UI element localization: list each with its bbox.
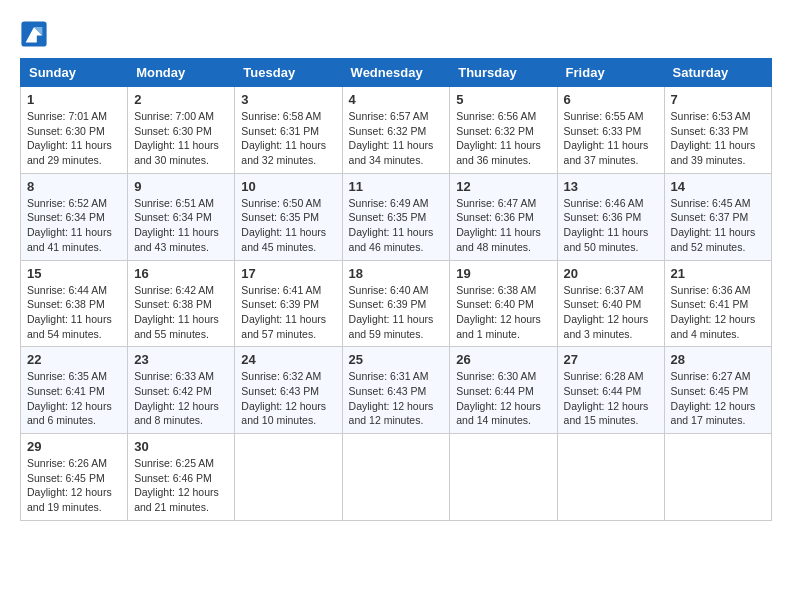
day-number: 17 (241, 266, 335, 281)
calendar-cell: 3Sunrise: 6:58 AM Sunset: 6:31 PM Daylig… (235, 87, 342, 174)
calendar-cell: 6Sunrise: 6:55 AM Sunset: 6:33 PM Daylig… (557, 87, 664, 174)
calendar-cell: 22Sunrise: 6:35 AM Sunset: 6:41 PM Dayli… (21, 347, 128, 434)
calendar-cell: 15Sunrise: 6:44 AM Sunset: 6:38 PM Dayli… (21, 260, 128, 347)
calendar-cell: 28Sunrise: 6:27 AM Sunset: 6:45 PM Dayli… (664, 347, 771, 434)
day-number: 16 (134, 266, 228, 281)
col-header-friday: Friday (557, 59, 664, 87)
col-header-tuesday: Tuesday (235, 59, 342, 87)
day-number: 25 (349, 352, 444, 367)
day-info: Sunrise: 6:32 AM Sunset: 6:43 PM Dayligh… (241, 369, 335, 428)
logo (20, 20, 52, 48)
day-info: Sunrise: 6:36 AM Sunset: 6:41 PM Dayligh… (671, 283, 765, 342)
day-info: Sunrise: 6:27 AM Sunset: 6:45 PM Dayligh… (671, 369, 765, 428)
day-number: 26 (456, 352, 550, 367)
day-number: 14 (671, 179, 765, 194)
day-info: Sunrise: 6:51 AM Sunset: 6:34 PM Dayligh… (134, 196, 228, 255)
day-number: 21 (671, 266, 765, 281)
day-number: 2 (134, 92, 228, 107)
day-info: Sunrise: 6:52 AM Sunset: 6:34 PM Dayligh… (27, 196, 121, 255)
day-info: Sunrise: 6:49 AM Sunset: 6:35 PM Dayligh… (349, 196, 444, 255)
day-info: Sunrise: 6:40 AM Sunset: 6:39 PM Dayligh… (349, 283, 444, 342)
calendar-cell (342, 434, 450, 521)
day-number: 11 (349, 179, 444, 194)
day-number: 4 (349, 92, 444, 107)
col-header-sunday: Sunday (21, 59, 128, 87)
calendar-cell: 27Sunrise: 6:28 AM Sunset: 6:44 PM Dayli… (557, 347, 664, 434)
day-info: Sunrise: 6:46 AM Sunset: 6:36 PM Dayligh… (564, 196, 658, 255)
calendar-cell: 14Sunrise: 6:45 AM Sunset: 6:37 PM Dayli… (664, 173, 771, 260)
calendar-cell: 4Sunrise: 6:57 AM Sunset: 6:32 PM Daylig… (342, 87, 450, 174)
day-info: Sunrise: 6:31 AM Sunset: 6:43 PM Dayligh… (349, 369, 444, 428)
calendar-cell: 10Sunrise: 6:50 AM Sunset: 6:35 PM Dayli… (235, 173, 342, 260)
day-number: 23 (134, 352, 228, 367)
day-info: Sunrise: 7:01 AM Sunset: 6:30 PM Dayligh… (27, 109, 121, 168)
day-info: Sunrise: 6:47 AM Sunset: 6:36 PM Dayligh… (456, 196, 550, 255)
day-info: Sunrise: 6:37 AM Sunset: 6:40 PM Dayligh… (564, 283, 658, 342)
day-info: Sunrise: 7:00 AM Sunset: 6:30 PM Dayligh… (134, 109, 228, 168)
logo-icon (20, 20, 48, 48)
col-header-monday: Monday (128, 59, 235, 87)
day-number: 13 (564, 179, 658, 194)
calendar-table: SundayMondayTuesdayWednesdayThursdayFrid… (20, 58, 772, 521)
col-header-wednesday: Wednesday (342, 59, 450, 87)
day-number: 29 (27, 439, 121, 454)
day-number: 8 (27, 179, 121, 194)
day-number: 28 (671, 352, 765, 367)
day-number: 5 (456, 92, 550, 107)
col-header-thursday: Thursday (450, 59, 557, 87)
calendar-cell: 17Sunrise: 6:41 AM Sunset: 6:39 PM Dayli… (235, 260, 342, 347)
day-info: Sunrise: 6:58 AM Sunset: 6:31 PM Dayligh… (241, 109, 335, 168)
day-info: Sunrise: 6:45 AM Sunset: 6:37 PM Dayligh… (671, 196, 765, 255)
calendar-cell (235, 434, 342, 521)
day-number: 12 (456, 179, 550, 194)
day-info: Sunrise: 6:41 AM Sunset: 6:39 PM Dayligh… (241, 283, 335, 342)
calendar-cell (664, 434, 771, 521)
calendar-cell: 23Sunrise: 6:33 AM Sunset: 6:42 PM Dayli… (128, 347, 235, 434)
calendar-cell: 2Sunrise: 7:00 AM Sunset: 6:30 PM Daylig… (128, 87, 235, 174)
calendar-cell (557, 434, 664, 521)
calendar-cell: 24Sunrise: 6:32 AM Sunset: 6:43 PM Dayli… (235, 347, 342, 434)
day-info: Sunrise: 6:57 AM Sunset: 6:32 PM Dayligh… (349, 109, 444, 168)
calendar-cell: 16Sunrise: 6:42 AM Sunset: 6:38 PM Dayli… (128, 260, 235, 347)
day-info: Sunrise: 6:30 AM Sunset: 6:44 PM Dayligh… (456, 369, 550, 428)
day-number: 7 (671, 92, 765, 107)
day-number: 24 (241, 352, 335, 367)
day-info: Sunrise: 6:42 AM Sunset: 6:38 PM Dayligh… (134, 283, 228, 342)
calendar-cell: 5Sunrise: 6:56 AM Sunset: 6:32 PM Daylig… (450, 87, 557, 174)
day-number: 30 (134, 439, 228, 454)
calendar-cell: 30Sunrise: 6:25 AM Sunset: 6:46 PM Dayli… (128, 434, 235, 521)
day-number: 19 (456, 266, 550, 281)
day-number: 10 (241, 179, 335, 194)
day-info: Sunrise: 6:33 AM Sunset: 6:42 PM Dayligh… (134, 369, 228, 428)
day-info: Sunrise: 6:38 AM Sunset: 6:40 PM Dayligh… (456, 283, 550, 342)
calendar-cell: 21Sunrise: 6:36 AM Sunset: 6:41 PM Dayli… (664, 260, 771, 347)
day-info: Sunrise: 6:55 AM Sunset: 6:33 PM Dayligh… (564, 109, 658, 168)
calendar-cell: 1Sunrise: 7:01 AM Sunset: 6:30 PM Daylig… (21, 87, 128, 174)
calendar-cell: 20Sunrise: 6:37 AM Sunset: 6:40 PM Dayli… (557, 260, 664, 347)
day-info: Sunrise: 6:56 AM Sunset: 6:32 PM Dayligh… (456, 109, 550, 168)
day-number: 18 (349, 266, 444, 281)
day-number: 3 (241, 92, 335, 107)
header (20, 20, 772, 48)
day-number: 1 (27, 92, 121, 107)
calendar-cell: 8Sunrise: 6:52 AM Sunset: 6:34 PM Daylig… (21, 173, 128, 260)
day-number: 15 (27, 266, 121, 281)
day-info: Sunrise: 6:28 AM Sunset: 6:44 PM Dayligh… (564, 369, 658, 428)
day-info: Sunrise: 6:26 AM Sunset: 6:45 PM Dayligh… (27, 456, 121, 515)
col-header-saturday: Saturday (664, 59, 771, 87)
calendar-cell: 11Sunrise: 6:49 AM Sunset: 6:35 PM Dayli… (342, 173, 450, 260)
day-info: Sunrise: 6:44 AM Sunset: 6:38 PM Dayligh… (27, 283, 121, 342)
day-number: 9 (134, 179, 228, 194)
calendar-cell: 13Sunrise: 6:46 AM Sunset: 6:36 PM Dayli… (557, 173, 664, 260)
calendar-cell: 19Sunrise: 6:38 AM Sunset: 6:40 PM Dayli… (450, 260, 557, 347)
calendar-cell (450, 434, 557, 521)
calendar-cell: 25Sunrise: 6:31 AM Sunset: 6:43 PM Dayli… (342, 347, 450, 434)
day-info: Sunrise: 6:50 AM Sunset: 6:35 PM Dayligh… (241, 196, 335, 255)
day-info: Sunrise: 6:25 AM Sunset: 6:46 PM Dayligh… (134, 456, 228, 515)
day-number: 6 (564, 92, 658, 107)
calendar-cell: 26Sunrise: 6:30 AM Sunset: 6:44 PM Dayli… (450, 347, 557, 434)
calendar-cell: 29Sunrise: 6:26 AM Sunset: 6:45 PM Dayli… (21, 434, 128, 521)
calendar-cell: 12Sunrise: 6:47 AM Sunset: 6:36 PM Dayli… (450, 173, 557, 260)
day-number: 27 (564, 352, 658, 367)
calendar-cell: 9Sunrise: 6:51 AM Sunset: 6:34 PM Daylig… (128, 173, 235, 260)
